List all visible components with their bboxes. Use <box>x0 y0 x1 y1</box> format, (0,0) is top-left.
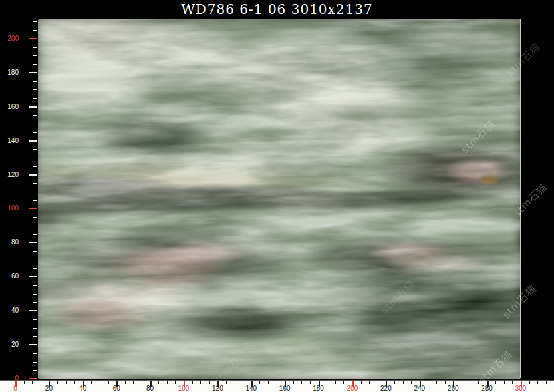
ruler-tick <box>462 381 462 384</box>
ruler-tick <box>33 353 37 354</box>
ruler-tick <box>33 81 37 82</box>
ruler-tick <box>268 381 269 384</box>
ruler-tick <box>29 140 37 142</box>
ruler-tick <box>243 381 243 384</box>
ruler-tick <box>33 21 37 22</box>
ruler-tick <box>33 124 37 124</box>
ruler-tick <box>478 381 479 384</box>
ruler-tick <box>33 217 37 218</box>
ruler-label: 160 <box>275 385 295 392</box>
ruler-tick <box>33 370 37 371</box>
ruler-tick <box>74 381 75 384</box>
ruler-tick <box>310 381 311 384</box>
ruler-label: 120 <box>1 172 19 178</box>
ruler-tick <box>335 381 336 384</box>
ruler-tick <box>33 260 37 260</box>
slab-photo <box>38 19 521 379</box>
ruler-tick <box>24 381 25 384</box>
ruler-tick <box>29 38 37 39</box>
ruler-label: 20 <box>39 385 59 392</box>
ruler-tick <box>428 381 428 384</box>
ruler-tick <box>29 72 37 73</box>
ruler-label: 180 <box>309 385 329 392</box>
ruler-tick <box>436 381 437 384</box>
ruler-label: 100 <box>174 385 194 392</box>
ruler-tick <box>33 149 37 150</box>
ruler-tick <box>29 106 37 108</box>
ruler-tick <box>29 242 37 243</box>
ruler-tick <box>33 302 37 303</box>
ruler-tick <box>33 166 37 167</box>
ruler-tick <box>192 381 193 384</box>
ruler-label: 160 <box>1 104 19 110</box>
ruler-left-cm: 220200180160140120100806040200 <box>0 0 38 380</box>
ruler-label: 20 <box>1 341 19 348</box>
ruler-tick <box>512 381 513 384</box>
ruler-label: 240 <box>410 385 430 392</box>
ruler-tick <box>259 381 260 384</box>
ruler-label: 300 <box>511 385 531 392</box>
ruler-label: 40 <box>73 385 93 392</box>
ruler-tick <box>378 381 378 384</box>
ruler-tick <box>343 381 344 384</box>
ruler-tick <box>470 381 470 384</box>
ruler-tick <box>33 55 37 56</box>
horizontal-flow-streaks <box>38 19 520 379</box>
ruler-tick <box>32 381 33 384</box>
ruler-tick <box>29 310 37 311</box>
ruler-label: 0 <box>5 385 25 392</box>
ruler-tick <box>33 226 37 226</box>
ruler-tick <box>226 381 227 384</box>
ruler-label: 80 <box>1 239 19 246</box>
ruler-tick <box>327 381 327 384</box>
ruler-tick <box>33 30 37 31</box>
ruler-tick <box>29 344 37 345</box>
ruler-tick <box>41 381 41 384</box>
ruler-label: 140 <box>241 385 261 392</box>
ruler-tick <box>29 174 37 176</box>
ruler-tick <box>66 381 67 384</box>
ruler-tick <box>108 381 109 384</box>
ruler-label: 140 <box>1 138 19 144</box>
ruler-tick <box>175 381 176 384</box>
ruler-tick <box>33 115 37 116</box>
ruler-tick <box>33 47 37 48</box>
ruler-label: 100 <box>1 205 19 212</box>
ruler-tick <box>33 319 37 320</box>
ruler-tick <box>29 276 37 277</box>
ruler-tick <box>361 381 362 384</box>
ruler-tick <box>403 381 404 384</box>
ruler-label: 220 <box>376 385 396 392</box>
ruler-tick <box>33 89 37 90</box>
ruler-tick <box>293 381 294 384</box>
ruler-tick <box>537 381 538 384</box>
ruler-tick <box>33 294 37 295</box>
ruler-tick <box>235 381 235 384</box>
ruler-tick <box>33 336 37 337</box>
ruler-tick <box>33 268 37 269</box>
ruler-tick <box>445 381 446 384</box>
ruler-label: 80 <box>140 385 160 392</box>
ruler-tick <box>33 362 37 363</box>
ruler-tick <box>529 381 530 384</box>
ruler-tick <box>33 158 37 158</box>
ruler-tick <box>277 381 277 384</box>
ruler-tick <box>209 381 210 384</box>
ruler-tick <box>495 381 496 384</box>
ruler-bottom-cm: 0204060801001201401601802002202402602803… <box>0 380 554 392</box>
ruler-tick <box>546 381 547 384</box>
ruler-tick <box>33 285 37 286</box>
ruler-tick <box>29 208 37 209</box>
ruler-label: 120 <box>207 385 227 392</box>
ruler-tick <box>158 381 159 384</box>
ruler-tick <box>57 381 58 384</box>
ruler-tick <box>369 381 370 384</box>
ruler-tick <box>33 328 37 329</box>
title-bar: WD786 6-1 06 3010x2137 <box>0 0 554 19</box>
ruler-label: 260 <box>443 385 463 392</box>
ruler-tick <box>33 200 37 201</box>
ruler-tick <box>33 132 37 133</box>
ruler-tick <box>33 98 37 99</box>
slab-title: WD786 6-1 06 3010x2137 <box>181 1 373 17</box>
ruler-tick <box>142 381 142 384</box>
